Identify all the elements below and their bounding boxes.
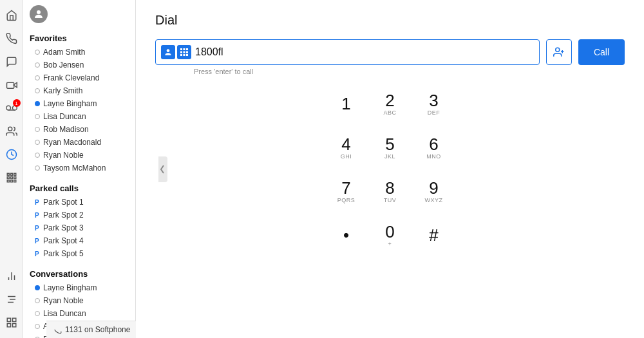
svg-rect-24 xyxy=(12,324,15,327)
svg-point-5 xyxy=(8,127,12,131)
svg-rect-36 xyxy=(186,54,188,56)
dial-icon[interactable] xyxy=(1,167,22,188)
parked-list: PPark Spot 1PPark Spot 2PPark Spot 3PPar… xyxy=(23,196,135,260)
numpad-key-4[interactable]: 4GHI xyxy=(327,128,366,167)
favorites-item[interactable]: Ryan Macdonald xyxy=(23,136,135,149)
numpad-key-9[interactable]: 9WXYZ xyxy=(415,172,453,211)
chat-icon[interactable] xyxy=(1,52,22,72)
numpad-key-hash[interactable]: # xyxy=(415,216,453,254)
svg-rect-14 xyxy=(10,180,12,182)
svg-rect-35 xyxy=(184,54,185,56)
favorites-header: Favorites xyxy=(23,28,135,46)
phone-icon[interactable] xyxy=(1,28,22,49)
conversations-item[interactable]: Ryan Noble xyxy=(23,294,135,307)
numpad-key-dot[interactable]: • xyxy=(327,216,366,254)
parked-item[interactable]: PPark Spot 2 xyxy=(23,209,135,221)
voicemail-badge: 1 xyxy=(13,99,21,107)
favorites-item[interactable]: Rob Madison xyxy=(23,123,135,136)
icon-rail: 1 xyxy=(0,0,23,338)
page-title: Dial xyxy=(155,13,625,28)
parked-item[interactable]: PPark Spot 3 xyxy=(23,221,135,234)
grid-icon[interactable] xyxy=(177,45,191,59)
numpad-key-5[interactable]: 5JKL xyxy=(371,128,410,167)
svg-rect-28 xyxy=(180,48,182,50)
dial-input[interactable] xyxy=(195,46,534,58)
numpad: 12ABC3DEF4GHI5JKL6MNO7PQRS8TUV9WXYZ•0+# xyxy=(327,84,453,254)
voicemail-icon[interactable]: 1 xyxy=(1,98,22,118)
svg-rect-29 xyxy=(184,48,185,50)
svg-rect-25 xyxy=(7,324,10,327)
svg-rect-23 xyxy=(12,318,15,321)
status-label: 1131 on Softphone xyxy=(65,325,130,334)
svg-rect-8 xyxy=(10,173,12,175)
svg-rect-10 xyxy=(7,177,9,179)
svg-point-27 xyxy=(167,49,170,52)
avatar xyxy=(30,5,48,23)
svg-rect-9 xyxy=(14,173,15,175)
dial-input-wrapper xyxy=(155,39,540,65)
home-icon[interactable] xyxy=(1,5,22,26)
favorites-item[interactable]: Lisa Duncan xyxy=(23,110,135,123)
analytics-icon[interactable] xyxy=(1,266,22,286)
parked-header: Parked calls xyxy=(23,178,135,196)
numpad-key-0[interactable]: 0+ xyxy=(371,216,410,254)
apps-icon[interactable] xyxy=(1,312,22,333)
conversations-header: Conversations xyxy=(23,264,135,281)
svg-rect-30 xyxy=(186,48,188,50)
svg-rect-7 xyxy=(7,173,9,175)
svg-point-37 xyxy=(556,48,560,52)
favorites-list: Adam SmithBob JensenFrank ClevelandKarly… xyxy=(23,46,135,174)
user-avatar-area xyxy=(23,0,135,28)
svg-rect-33 xyxy=(186,52,188,53)
numpad-key-1[interactable]: 1 xyxy=(327,84,366,123)
collapse-handle[interactable] xyxy=(158,156,167,182)
favorites-item[interactable]: Taysom McMahon xyxy=(23,162,135,174)
svg-rect-32 xyxy=(184,52,185,53)
recent-icon[interactable] xyxy=(1,144,22,165)
svg-rect-15 xyxy=(14,180,15,182)
svg-rect-31 xyxy=(180,52,182,53)
video-icon[interactable] xyxy=(1,75,22,95)
parked-item[interactable]: PPark Spot 4 xyxy=(23,234,135,247)
press-enter-hint: Press 'enter' to call xyxy=(155,68,625,75)
favorites-item[interactable]: Adam Smith xyxy=(23,46,135,59)
favorites-item[interactable]: Frank Cleveland xyxy=(23,71,135,84)
svg-rect-0 xyxy=(6,82,14,88)
favorites-item[interactable]: Ryan Noble xyxy=(23,149,135,162)
svg-point-2 xyxy=(6,106,10,110)
favorites-item[interactable]: Karly Smith xyxy=(23,84,135,97)
main-content: Dial Call Press 'enter' to call 12ABC3DE… xyxy=(136,0,644,338)
parked-item[interactable]: PPark Spot 5 xyxy=(23,247,135,260)
favorites-item[interactable]: Bob Jensen xyxy=(23,59,135,71)
add-contact-button[interactable] xyxy=(546,39,572,65)
svg-rect-22 xyxy=(7,318,10,321)
parked-item[interactable]: PPark Spot 1 xyxy=(23,196,135,209)
conversations-item[interactable]: Layne Bingham xyxy=(23,281,135,294)
person-icon[interactable] xyxy=(161,45,175,59)
svg-point-26 xyxy=(37,10,41,14)
settings-icon[interactable] xyxy=(1,289,22,310)
contacts-icon[interactable] xyxy=(1,121,22,142)
dial-input-row: Call xyxy=(155,39,625,65)
svg-rect-34 xyxy=(180,54,182,56)
numpad-key-6[interactable]: 6MNO xyxy=(415,128,453,167)
svg-rect-13 xyxy=(7,180,9,182)
favorites-item[interactable]: Layne Bingham xyxy=(23,97,135,110)
input-icon-group xyxy=(161,45,191,59)
conversations-item[interactable]: Lisa Duncan xyxy=(23,307,135,320)
numpad-key-3[interactable]: 3DEF xyxy=(415,84,453,123)
svg-rect-11 xyxy=(10,177,12,179)
numpad-key-8[interactable]: 8TUV xyxy=(371,172,410,211)
numpad-key-2[interactable]: 2ABC xyxy=(371,84,410,123)
numpad-key-7[interactable]: 7PQRS xyxy=(327,172,366,211)
call-button[interactable]: Call xyxy=(578,39,625,65)
svg-rect-12 xyxy=(14,177,15,179)
sidebar: Favorites Adam SmithBob JensenFrank Clev… xyxy=(23,0,136,338)
